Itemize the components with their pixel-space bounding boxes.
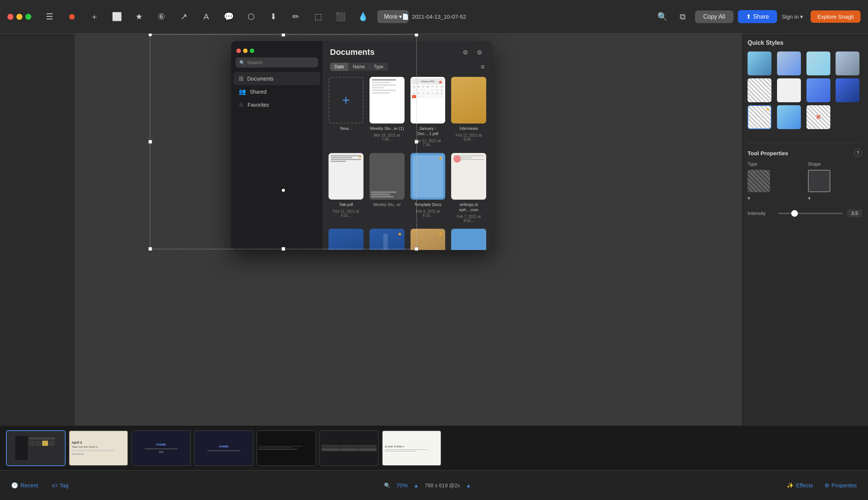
settings-icon[interactable]: ⚙ — [460, 47, 471, 57]
effects-button[interactable]: ✨ Effects — [783, 480, 817, 491]
style-thumb-6[interactable] — [777, 78, 801, 102]
properties-button[interactable]: ⚙ Properties — [821, 480, 861, 491]
sidebar-close[interactable] — [236, 49, 241, 53]
thumbnail-1[interactable] — [6, 430, 66, 466]
doc-item-talk[interactable]: ★ Talk.pdf Feb 11, 2021 at 4:31... — [328, 153, 364, 223]
thumbnail-3[interactable]: KNIME png — [131, 430, 191, 466]
intensity-label: Intensity — [748, 210, 774, 216]
tool-properties-title: Tool Properties ? — [748, 149, 862, 157]
zoom-up-icon[interactable]: ▲ — [413, 482, 419, 488]
arrow-icon[interactable]: ↗ — [176, 9, 192, 25]
star-icon[interactable]: ★ — [131, 9, 147, 25]
recent-button[interactable]: 🕐 Recent — [7, 480, 42, 491]
list-view-icon[interactable]: ≡ — [481, 63, 485, 71]
thumbnail-4[interactable]: KNIME — [194, 430, 254, 466]
thumbnail-7[interactable]: st one is that v — [382, 430, 441, 466]
window-traffic-lights — [7, 14, 31, 20]
doc-item-weekly2[interactable]: Weekly Stu...er — [369, 153, 405, 223]
sort-type-button[interactable]: Type — [369, 63, 388, 71]
shape-icon[interactable]: ⬡ — [243, 9, 259, 25]
intensity-slider[interactable] — [778, 213, 843, 214]
minimize-button[interactable] — [16, 14, 22, 20]
doc-item-new[interactable]: + New... — [328, 77, 364, 147]
sort-date-button[interactable]: Date — [330, 63, 348, 71]
quick-styles-title: Quick Styles — [748, 40, 862, 46]
explore-snagit-button[interactable]: Explore Snagit — [811, 10, 861, 23]
thumbnail-5[interactable] — [257, 430, 316, 466]
counter-icon[interactable]: ⑥ — [154, 9, 169, 25]
tag-button[interactable]: 🏷 Tag — [48, 480, 72, 491]
stamp-icon[interactable]: ⬇ — [265, 9, 281, 25]
add-capture-icon[interactable]: ＋ — [87, 9, 102, 25]
style-thumb-3[interactable] — [806, 51, 830, 75]
doc-name-template: Template Docs — [414, 202, 441, 207]
intensity-thumb[interactable] — [791, 210, 798, 217]
resize-handle-bl[interactable] — [148, 247, 152, 251]
style-thumb-4[interactable] — [836, 51, 859, 75]
style-thumb-10[interactable] — [777, 105, 801, 129]
fill-icon[interactable]: 💧 — [355, 9, 371, 25]
style-thumb-x[interactable] — [806, 105, 830, 129]
share-button[interactable]: ⬆ Share — [738, 10, 777, 23]
right-panel: Quick Styles Tool Properties ? Type ▾ — [741, 34, 868, 470]
thumbnail-6[interactable] — [319, 430, 379, 466]
close-button[interactable] — [7, 14, 13, 20]
doc-item-january[interactable]: January 2021 SMTWTFS 12 3456789 ★ — [411, 77, 446, 147]
pen-icon[interactable]: ✏ — [288, 9, 304, 25]
sidebar-item-favorites[interactable]: ☆ Favorites — [233, 98, 320, 111]
maximize-button[interactable] — [25, 14, 31, 20]
copy-all-button[interactable]: Copy All — [695, 10, 733, 23]
style-thumb-selected[interactable] — [748, 105, 771, 129]
doc-item-redfolder[interactable] — [451, 229, 486, 250]
smart-move-icon[interactable]: ⬚ — [310, 9, 326, 25]
selection-icon[interactable]: ⬜ — [109, 9, 125, 25]
left-panel — [0, 34, 75, 470]
effects-icon: ✨ — [787, 482, 794, 489]
style-thumb-2[interactable] — [777, 51, 801, 75]
style-thumb-5[interactable] — [748, 78, 771, 102]
sort-name-button[interactable]: Name — [348, 63, 369, 71]
style-thumb-8[interactable] — [836, 78, 859, 102]
doc-item-weekly[interactable]: Weekly Stu...er (1) Mar 28, 2021 at 7:06… — [369, 77, 405, 147]
toolbar-title: 📄 2021-04-13_10-07-52 — [402, 13, 466, 20]
intensity-value: 3.5 — [847, 209, 862, 217]
layers-icon[interactable]: ⧉ — [675, 9, 691, 25]
doc-date-writings: Feb 7, 2021 at 9:53... — [451, 215, 486, 223]
doc-item-templatedocs[interactable]: ★ Template Docs Feb 8, 2021 at 6:15... — [411, 153, 446, 223]
sign-in-link[interactable]: Sign in ▾ — [781, 13, 803, 20]
doc-item-tanfolder[interactable]: ★ — [411, 229, 446, 250]
canvas-area: 🔍 Search ⊞ Documents 👥 Shared ☆ — [75, 34, 741, 470]
type-thumb[interactable] — [748, 170, 770, 192]
doc-item-bluebook[interactable]: ★ — [369, 229, 405, 250]
record-icon[interactable]: ⏺ — [64, 9, 80, 25]
section-divider — [748, 143, 862, 143]
doc-item-interviews[interactable]: Interviews Feb 12, 2021 at 6:05... — [451, 77, 486, 147]
tag-icon: 🏷 — [52, 482, 57, 488]
type-chevron-icon[interactable]: ▾ — [748, 195, 802, 201]
preferences-icon[interactable]: ⚙ — [474, 47, 485, 57]
resize-handle-ml[interactable] — [148, 140, 152, 144]
sidebar-min[interactable] — [243, 49, 248, 53]
style-thumb-7[interactable] — [806, 78, 830, 102]
doc-item-writings[interactable]: writings.st eph....com Feb 7, 2021 at 9:… — [451, 153, 486, 223]
toolbar-left: ☰ ⏺ ＋ ⬜ ★ ⑥ ↗ A 💬 ⬡ ⬇ ✏ ⬚ ⬛ 💧 More ▾ — [7, 9, 655, 25]
sidebar-toggle-icon[interactable]: ☰ — [42, 9, 57, 25]
search-icon[interactable]: 🔍 — [655, 9, 670, 25]
dimensions-arrow-icon[interactable]: ▲ — [466, 482, 471, 488]
help-icon[interactable]: ? — [854, 149, 862, 157]
sort-bar: Date Name Type ≡ — [323, 60, 492, 73]
text-icon[interactable]: A — [198, 9, 214, 25]
marquee-icon[interactable]: ⬛ — [333, 9, 348, 25]
shape-chevron-icon[interactable]: ▾ — [808, 195, 862, 201]
style-thumb-1[interactable] — [748, 51, 771, 75]
sidebar-item-documents[interactable]: ⊞ Documents — [233, 72, 320, 85]
thumbnail-2[interactable]: April 2 Take out the trash e Schedule — [69, 430, 128, 466]
doc-item-workfeb[interactable]: Work Feb 2020 Work Feb 2020 — [328, 229, 364, 250]
shape-thumb[interactable] — [808, 170, 830, 192]
zoom-value[interactable]: 70% — [396, 482, 408, 488]
callout-icon[interactable]: 💬 — [221, 9, 236, 25]
sidebar-item-shared[interactable]: 👥 Shared — [233, 85, 320, 98]
app-sidebar: 🔍 Search ⊞ Documents 👥 Shared ☆ — [231, 41, 323, 250]
search-bar[interactable]: 🔍 Search — [236, 57, 318, 68]
sidebar-max[interactable] — [250, 49, 254, 53]
